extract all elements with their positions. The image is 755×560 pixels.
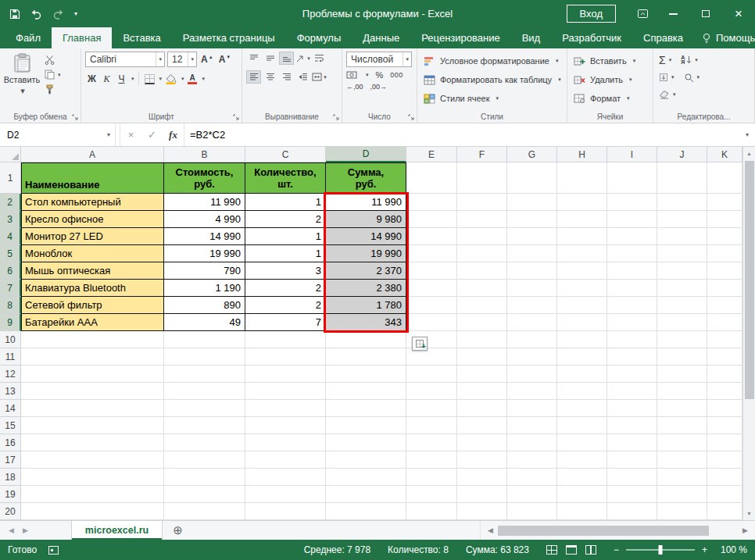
- cell-d16[interactable]: [326, 434, 406, 451]
- cell-c11[interactable]: [245, 348, 326, 366]
- align-center-icon[interactable]: [263, 70, 277, 84]
- cell-k20[interactable]: [707, 503, 742, 520]
- cell-i15[interactable]: [607, 417, 657, 434]
- cell-h10[interactable]: [557, 331, 607, 348]
- zoom-out-icon[interactable]: −: [614, 544, 619, 555]
- copy-icon[interactable]: ▾: [45, 69, 61, 80]
- cell-e16[interactable]: [406, 434, 457, 451]
- cell-j3[interactable]: [657, 211, 707, 228]
- cell-a2[interactable]: Стол компьютерный: [21, 194, 164, 211]
- scroll-down-icon[interactable]: ▼: [746, 507, 752, 520]
- cell-k4[interactable]: [707, 228, 742, 245]
- formula-bar-expand-icon[interactable]: ▾: [739, 123, 755, 146]
- macro-record-icon[interactable]: [48, 546, 59, 555]
- normal-view-icon[interactable]: [546, 545, 557, 555]
- cell-b19[interactable]: [164, 486, 245, 503]
- cell-i2[interactable]: [607, 194, 657, 211]
- row-header-3[interactable]: 3: [0, 211, 21, 228]
- cut-icon[interactable]: [45, 54, 61, 66]
- row-header-19[interactable]: 19: [0, 486, 21, 503]
- help-button[interactable]: Помощь: [694, 32, 755, 44]
- cell-c15[interactable]: [245, 417, 326, 434]
- maximize-button[interactable]: [689, 0, 722, 27]
- save-icon[interactable]: [9, 9, 20, 20]
- cell-f15[interactable]: [457, 417, 507, 434]
- cell-j13[interactable]: [657, 383, 707, 400]
- cell-b4[interactable]: 14 990: [164, 228, 245, 245]
- cell-d2[interactable]: 11 990: [326, 194, 406, 211]
- align-bottom-icon[interactable]: [279, 52, 294, 65]
- decrease-decimal-icon[interactable]: ,00→: [370, 83, 388, 91]
- cell-f3[interactable]: [457, 211, 507, 228]
- cell-h20[interactable]: [557, 503, 607, 520]
- cell-d4[interactable]: 14 990: [326, 228, 406, 245]
- cell-d20[interactable]: [326, 503, 406, 520]
- cell-h17[interactable]: [557, 451, 607, 469]
- underline-button[interactable]: Ч: [115, 72, 128, 86]
- cell-i18[interactable]: [607, 469, 657, 486]
- cell-k12[interactable]: [707, 366, 742, 383]
- cell-d6[interactable]: 2 370: [326, 262, 406, 280]
- cell-styles-button[interactable]: Стили ячеек ▾: [421, 89, 563, 108]
- fill-button[interactable]: ▾: [657, 73, 676, 82]
- cell-h11[interactable]: [557, 348, 607, 366]
- cell-b1[interactable]: Стоимость, руб.: [164, 162, 245, 194]
- cell-j6[interactable]: [657, 262, 707, 280]
- font-size-select[interactable]: 12▾: [167, 52, 197, 67]
- cell-a5[interactable]: Моноблок: [21, 245, 164, 262]
- cell-j16[interactable]: [657, 434, 707, 451]
- row-header-17[interactable]: 17: [0, 451, 21, 469]
- align-right-icon[interactable]: [279, 70, 294, 84]
- cell-h13[interactable]: [557, 383, 607, 400]
- scroll-right-icon[interactable]: ▶: [738, 526, 753, 534]
- cell-d11[interactable]: [326, 348, 406, 366]
- cell-e6[interactable]: [406, 262, 457, 280]
- cell-g20[interactable]: [507, 503, 557, 520]
- cell-d13[interactable]: [326, 383, 406, 400]
- cell-e13[interactable]: [406, 383, 457, 400]
- tab-view[interactable]: Вид: [511, 27, 552, 48]
- cell-c9[interactable]: 7: [245, 314, 326, 331]
- cell-b6[interactable]: 790: [164, 262, 245, 280]
- formula-input[interactable]: =B2*C2: [184, 123, 739, 146]
- cell-g16[interactable]: [507, 434, 557, 451]
- row-header-5[interactable]: 5: [0, 245, 21, 262]
- cell-g17[interactable]: [507, 451, 557, 469]
- cell-j19[interactable]: [657, 486, 707, 503]
- insert-function-icon[interactable]: fx: [163, 123, 184, 146]
- row-header-13[interactable]: 13: [0, 383, 21, 400]
- cell-b2[interactable]: 11 990: [164, 194, 245, 211]
- cell-d12[interactable]: [326, 366, 406, 383]
- format-cells-button[interactable]: Формат ▾: [571, 89, 649, 108]
- sign-in-button[interactable]: Вход: [567, 5, 616, 23]
- cell-c1[interactable]: Количество, шт.: [245, 162, 326, 194]
- font-color-dropdown-icon[interactable]: ▾: [202, 76, 206, 82]
- cell-f13[interactable]: [457, 383, 507, 400]
- cell-j14[interactable]: [657, 400, 707, 417]
- cell-h15[interactable]: [557, 417, 607, 434]
- cell-a9[interactable]: Батарейки AAA: [21, 314, 164, 331]
- cell-c16[interactable]: [245, 434, 326, 451]
- cell-g7[interactable]: [507, 280, 557, 297]
- cell-a20[interactable]: [21, 503, 164, 520]
- cell-k13[interactable]: [707, 383, 742, 400]
- column-header-k[interactable]: K: [707, 147, 742, 162]
- cell-e18[interactable]: [406, 469, 457, 486]
- cell-b13[interactable]: [164, 383, 245, 400]
- name-box-dropdown-icon[interactable]: ▾: [102, 131, 115, 138]
- cell-c13[interactable]: [245, 383, 326, 400]
- cell-a13[interactable]: [21, 383, 164, 400]
- column-header-h[interactable]: H: [557, 147, 607, 162]
- cell-e19[interactable]: [406, 486, 457, 503]
- row-header-6[interactable]: 6: [0, 262, 21, 280]
- cell-i9[interactable]: [607, 314, 657, 331]
- decrease-indent-icon[interactable]: [295, 70, 310, 84]
- cell-f2[interactable]: [457, 194, 507, 211]
- tab-formulas[interactable]: Формулы: [286, 27, 352, 48]
- cell-d19[interactable]: [326, 486, 406, 503]
- cell-e9[interactable]: [406, 314, 457, 331]
- cell-c12[interactable]: [245, 366, 326, 383]
- page-break-view-icon[interactable]: [585, 545, 596, 555]
- cell-f10[interactable]: [457, 331, 507, 348]
- cell-k10[interactable]: [707, 331, 742, 348]
